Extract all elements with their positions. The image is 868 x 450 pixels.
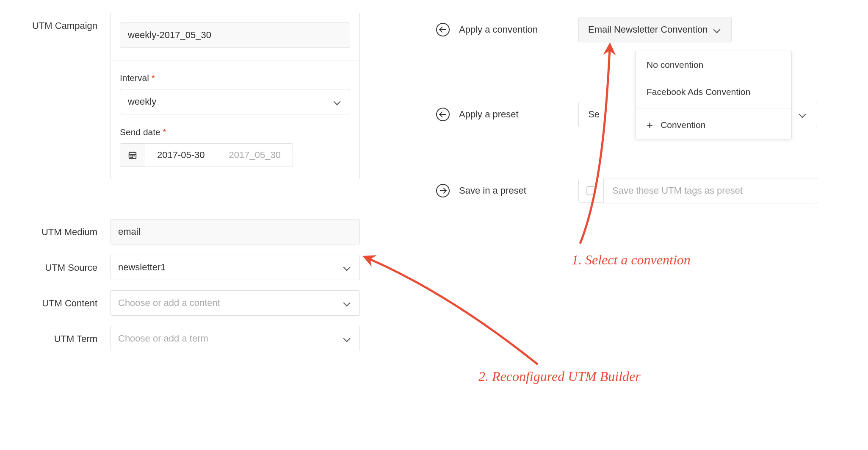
save-preset-input[interactable]: Save these UTM tags as preset xyxy=(603,178,817,203)
svg-point-7 xyxy=(131,157,131,158)
convention-option-none-label: No convention xyxy=(647,60,703,70)
convention-dropdown: No convention Facebook Ads Convention + … xyxy=(635,51,792,139)
interval-value: weekly xyxy=(128,96,156,107)
utm-medium-row: UTM Medium email xyxy=(17,219,360,244)
chevron-down-icon xyxy=(344,335,352,342)
convention-option-add-label: Convention xyxy=(661,120,705,130)
utm-campaign-value[interactable]: weekly-2017_05_30 xyxy=(120,22,350,48)
arrow-right-icon xyxy=(436,184,450,197)
convention-option-fb-label: Facebook Ads Convention xyxy=(647,87,750,97)
calendar-button[interactable] xyxy=(120,143,145,167)
save-preset-checkbox[interactable] xyxy=(586,186,596,195)
preset-selected-partial: Se xyxy=(588,109,600,120)
svg-point-4 xyxy=(131,156,131,156)
required-asterisk: * xyxy=(163,127,166,137)
convention-select[interactable]: Email Newsletter Convention xyxy=(578,17,732,42)
calendar-icon xyxy=(128,150,137,160)
interval-select[interactable]: weekly xyxy=(120,89,350,114)
interval-label-text: Interval xyxy=(120,73,149,83)
utm-term-label: UTM Term xyxy=(17,326,110,344)
save-preset-label: Save in a preset xyxy=(459,185,569,196)
utm-term-row: UTM Term Choose or add a term xyxy=(17,326,360,351)
send-date-slug: 2017_05_30 xyxy=(217,143,293,167)
convention-panel: Apply a convention Email Newsletter Conv… xyxy=(436,13,817,361)
send-date-value[interactable]: 2017-05-30 xyxy=(145,143,217,167)
utm-source-label: UTM Source xyxy=(17,255,110,273)
utm-term-placeholder: Choose or add a term xyxy=(118,333,208,344)
apply-preset-label: Apply a preset xyxy=(459,109,569,120)
svg-point-8 xyxy=(132,157,133,158)
chevron-down-icon xyxy=(800,111,807,118)
utm-campaign-label: UTM Campaign xyxy=(17,13,110,31)
apply-convention-row: Apply a convention Email Newsletter Conv… xyxy=(436,17,817,42)
chevron-down-icon xyxy=(714,26,722,33)
save-preset-checkbox-wrap xyxy=(578,179,603,203)
send-date-label: Send date * xyxy=(120,127,350,137)
convention-option-facebook[interactable]: Facebook Ads Convention xyxy=(636,78,791,106)
utm-builder-form: UTM Campaign weekly-2017_05_30 Interval … xyxy=(13,13,360,361)
convention-option-add[interactable]: + Convention xyxy=(636,111,791,139)
send-date-label-text: Send date xyxy=(120,127,160,137)
apply-convention-label: Apply a convention xyxy=(459,24,569,35)
annotation-step1: 1. Select a convention xyxy=(572,252,691,268)
utm-term-select[interactable]: Choose or add a term xyxy=(110,326,360,351)
arrow-left-icon xyxy=(436,23,450,36)
utm-content-row: UTM Content Choose or add a content xyxy=(17,290,360,316)
interval-label: Interval * xyxy=(120,73,350,83)
save-preset-placeholder: Save these UTM tags as preset xyxy=(612,185,743,196)
utm-campaign-group: weekly-2017_05_30 Interval * weekly xyxy=(110,13,360,179)
annotation-step2: 2. Reconfigured UTM Builder xyxy=(478,369,641,384)
required-asterisk: * xyxy=(152,73,155,83)
utm-content-placeholder: Choose or add a content xyxy=(118,297,220,308)
utm-source-row: UTM Source newsletter1 xyxy=(17,255,360,280)
utm-content-select[interactable]: Choose or add a content xyxy=(110,290,360,316)
dropdown-divider xyxy=(636,108,791,108)
utm-campaign-row: UTM Campaign weekly-2017_05_30 Interval … xyxy=(17,13,360,179)
utm-source-value: newsletter1 xyxy=(118,262,166,273)
utm-content-label: UTM Content xyxy=(17,290,110,309)
plus-icon: + xyxy=(647,119,653,131)
utm-source-select[interactable]: newsletter1 xyxy=(110,255,360,280)
convention-option-none[interactable]: No convention xyxy=(636,51,791,78)
send-date-group: 2017-05-30 2017_05_30 xyxy=(120,143,350,167)
chevron-down-icon xyxy=(344,299,352,307)
chevron-down-icon xyxy=(344,264,352,271)
chevron-down-icon xyxy=(334,98,342,106)
arrow-left-icon xyxy=(436,108,450,121)
save-preset-row: Save in a preset Save these UTM tags as … xyxy=(436,178,817,203)
utm-medium-label: UTM Medium xyxy=(17,219,110,238)
convention-selected: Email Newsletter Convention xyxy=(588,24,708,35)
utm-medium-value[interactable]: email xyxy=(110,219,360,244)
svg-point-5 xyxy=(132,156,133,156)
svg-point-6 xyxy=(134,156,134,156)
